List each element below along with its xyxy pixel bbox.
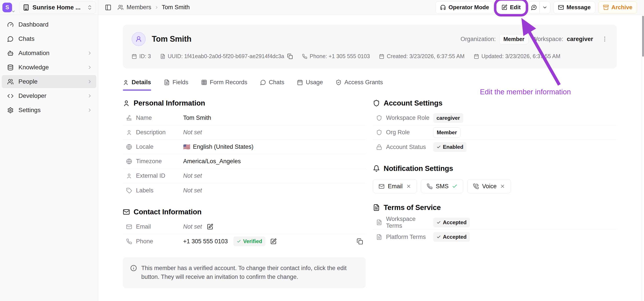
sidebar: Dashboard Chats Automation Knowledge Peo… <box>0 15 98 301</box>
section-title: Personal Information <box>134 99 205 107</box>
row-label: Locale <box>136 144 183 150</box>
tab-chats[interactable]: Chats <box>260 79 284 90</box>
file-text-icon <box>376 220 382 225</box>
user-icon <box>126 130 132 135</box>
workspace-selector-label: Sunrise Home ... <box>32 4 84 11</box>
tab-form-records[interactable]: Form Records <box>201 79 248 90</box>
check-icon <box>237 239 241 244</box>
scrollbar-thumb[interactable] <box>642 16 644 56</box>
info-icon <box>130 265 137 272</box>
sidebar-item-chats[interactable]: Chats <box>2 32 96 46</box>
copy-phone-button[interactable] <box>357 238 363 244</box>
chevron-right-icon <box>87 65 92 70</box>
sidebar-toggle-button[interactable] <box>105 4 112 11</box>
channel-voice-toggle[interactable]: Voice <box>467 179 511 193</box>
member-updated: Updated: 3/23/2026, 6:37:55 AM <box>474 53 560 60</box>
workspace-terms-label: Accepted <box>443 220 466 226</box>
verified-account-notice: This member has a verified account. To c… <box>123 257 366 288</box>
x-icon <box>500 184 505 189</box>
member-uuid: UUID: 1f41eab0-2a0d-5f20-b697-ae2914f4dc… <box>160 53 293 60</box>
channel-email-toggle[interactable]: Email <box>373 179 417 193</box>
account-status-label: Enabled <box>443 144 463 150</box>
sidebar-item-label: Knowledge <box>18 64 49 71</box>
user-icon <box>123 100 130 106</box>
bell-icon <box>373 165 380 172</box>
archive-button-label: Archive <box>612 4 632 11</box>
row-name: Name Tom Smith <box>123 111 366 125</box>
member-menu-button[interactable] <box>602 36 608 42</box>
organization-label: Organization: <box>460 36 496 42</box>
message-circle-icon <box>7 36 14 42</box>
chevron-down-icon <box>542 5 548 10</box>
us-flag-icon: 🇺🇸 <box>183 144 190 150</box>
row-workspace-role: Workspace Role caregiver <box>373 111 616 125</box>
sidebar-item-automation[interactable]: Automation <box>2 46 96 60</box>
calendar-icon <box>132 54 137 59</box>
mail-icon <box>123 208 130 216</box>
member-id: ID: 3 <box>132 53 151 60</box>
operator-mode-label: Operator Mode <box>448 4 489 11</box>
edit-icon <box>270 238 276 244</box>
user-round-icon <box>135 36 142 42</box>
page-title: Tom Smith <box>152 34 192 44</box>
channel-label: Email <box>388 183 403 190</box>
contact-information-rows: Email Not set Phone +1 305 555 0103 Veri… <box>123 220 366 248</box>
sidebar-item-settings[interactable]: Settings <box>2 104 96 117</box>
top-bar-actions: Operator Mode Edit Message <box>436 1 637 14</box>
row-labels: Labels Not set <box>123 183 366 198</box>
sidebar-item-dashboard[interactable]: Dashboard <box>2 18 96 31</box>
message-square-icon <box>260 80 266 85</box>
member-uuid-text: UUID: 1f41eab0-2a0d-5f20-b697-ae2914f4dc… <box>168 53 284 60</box>
x-icon <box>406 184 411 189</box>
row-locale: Locale 🇺🇸English (United States) <box>123 140 366 154</box>
tab-fields[interactable]: Fields <box>164 79 188 90</box>
tab-label: Details <box>132 79 151 86</box>
locale-text: English (United States) <box>193 144 253 150</box>
user-icon <box>126 173 132 179</box>
edit-phone-button[interactable] <box>270 238 276 244</box>
tab-details[interactable]: Details <box>123 79 151 90</box>
org-avatar[interactable]: S <box>2 3 12 12</box>
copy-icon <box>357 238 363 244</box>
copy-uuid-button[interactable] <box>287 54 293 59</box>
mail-icon <box>558 4 564 10</box>
org-avatar-letter[interactable]: S <box>2 3 12 12</box>
operator-mode-button[interactable]: Operator Mode <box>436 1 494 14</box>
chevron-right-icon <box>87 50 92 56</box>
edit-email-button[interactable] <box>207 224 213 230</box>
row-label: Phone <box>136 238 183 245</box>
row-workspace-terms: Workspace Terms Accepted <box>373 215 616 230</box>
tab-label: Chats <box>269 79 284 86</box>
row-external-id: External ID Not set <box>123 169 366 183</box>
breadcrumb-members[interactable]: Members <box>126 4 151 11</box>
personal-information-rows: Name Tom Smith Description Not set Local… <box>123 111 366 198</box>
code-icon <box>7 93 14 99</box>
sidebar-item-knowledge[interactable]: Knowledge <box>2 61 96 74</box>
member-meta-row: ID: 3 UUID: 1f41eab0-2a0d-5f20-b697-ae29… <box>132 53 608 60</box>
tab-access-grants[interactable]: Access Grants <box>336 79 383 90</box>
sidebar-item-label: Automation <box>18 50 50 56</box>
row-label: Account Status <box>386 144 433 150</box>
archive-button[interactable]: Archive <box>598 1 637 14</box>
sidebar-item-label: People <box>18 78 38 85</box>
channel-label: SMS <box>436 183 449 190</box>
workspace-selector[interactable]: Sunrise Home ... <box>19 1 96 14</box>
sidebar-item-people[interactable]: People <box>2 75 96 88</box>
message-button[interactable]: Message <box>554 1 595 14</box>
shield-check-icon <box>336 80 342 85</box>
shield-icon <box>376 130 382 135</box>
edit-button[interactable]: Edit <box>497 1 525 14</box>
notification-channels: Email SMS Voice <box>373 179 616 193</box>
channel-sms-toggle[interactable]: SMS <box>421 179 464 193</box>
sidebar-item-developer[interactable]: Developer <box>2 89 96 102</box>
row-label: Platform Terms <box>386 234 433 240</box>
chevron-right-icon <box>87 79 92 84</box>
platform-terms-badge: Accepted <box>433 232 470 242</box>
check-icon <box>452 184 458 189</box>
phone-icon <box>302 54 307 59</box>
tab-usage[interactable]: Usage <box>297 79 323 90</box>
new-chat-button[interactable] <box>528 2 539 14</box>
row-label: Email <box>136 223 183 230</box>
new-chat-dropdown-button[interactable] <box>539 2 550 14</box>
workspace-label: Workspace: <box>532 36 563 42</box>
